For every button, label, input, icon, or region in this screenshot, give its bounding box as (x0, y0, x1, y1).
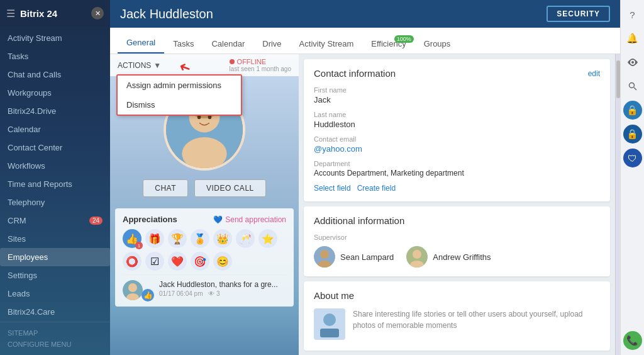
tab-tasks[interactable]: Tasks (164, 33, 203, 54)
check-icon[interactable]: ☑ (145, 252, 164, 271)
tab-calendar[interactable]: Calendar (203, 33, 253, 54)
sidebar-item-label-contact-center: Contact Center (8, 143, 62, 152)
sidebar-item-label-activity-stream: Activity Stream (8, 33, 62, 43)
sidebar-item-employees[interactable]: Employees (0, 248, 110, 266)
sidebar-footer: SITEMAP CONFIGURE MENU (0, 322, 110, 355)
supervisor-2: Andrew Griffiths (406, 246, 491, 268)
smile-icon[interactable]: 😊 (213, 252, 232, 271)
actions-dropdown: Assign admin permissions Dismiss (116, 74, 242, 116)
supervisor-1-avatar (314, 246, 335, 268)
send-appreciation-link[interactable]: 💙 Send appreciation (213, 215, 286, 224)
sidebar-item-activity-stream[interactable]: Activity Stream (0, 29, 110, 47)
target-icon[interactable]: 🎯 (191, 252, 209, 271)
thumbs-up-icon[interactable]: 👍1 (123, 229, 142, 248)
sidebar-item-label-chat-calls: Chat and Calls (8, 70, 61, 79)
field-actions: Select field Create field (314, 184, 600, 193)
department-field: Department Accounts Department, Marketin… (314, 160, 600, 178)
sidebar-item-sites[interactable]: Sites (0, 230, 110, 248)
sidebar-item-chat-calls[interactable]: Chat and Calls (0, 65, 110, 84)
contact-info-card: Contact information edit First name Jack… (304, 59, 610, 201)
assign-admin-item[interactable]: Assign admin permissions (118, 76, 241, 95)
sidebar-item-workflows[interactable]: Workflows (0, 157, 110, 175)
lock-icon-2[interactable]: 🔒 (623, 125, 642, 144)
tab-general[interactable]: General (118, 31, 164, 54)
phone-icon[interactable]: 📞 (623, 331, 642, 350)
sidebar-item-telephony[interactable]: Telephony (0, 193, 110, 211)
star-icon[interactable]: ⭐ (258, 229, 277, 248)
sidebar-item-contact-center[interactable]: Contact Center (0, 138, 110, 157)
actions-button[interactable]: ACTIONS ▼ (118, 61, 161, 70)
post-meta: 01/17 06:04 pm 👁 3 (159, 290, 286, 297)
about-me-header: About me (314, 290, 600, 301)
tab-efficiency[interactable]: Efficiency100% (362, 33, 414, 54)
trophy-icon[interactable]: 🏆 (168, 229, 187, 248)
video-call-button[interactable]: VIDEO CALL (194, 179, 266, 197)
medal-icon[interactable]: 🏅 (191, 229, 209, 248)
chat-button[interactable]: CHAT (143, 179, 188, 197)
about-me-title: About me (314, 290, 354, 301)
sidebar-item-crm[interactable]: CRM24 (0, 211, 110, 230)
email-label: Contact email (314, 135, 600, 143)
heart-icon2[interactable]: ❤️ (168, 252, 187, 271)
select-field-link[interactable]: Select field (314, 184, 351, 193)
sidebar-item-bitrix-drive[interactable]: Bitrix24.Drive (0, 102, 110, 120)
profile-buttons: CHAT VIDEO CALL (143, 179, 265, 197)
sidebar-item-settings[interactable]: Settings (0, 266, 110, 285)
sidebar-item-label-time-reports: Time and Reports (8, 179, 72, 189)
department-label: Department (314, 160, 600, 167)
last-seen-text: last seen 1 month ago (230, 65, 291, 72)
sidebar-item-leads[interactable]: Leads (0, 285, 110, 303)
sidebar: ☰ Bitrix 24 ✕ Activity StreamTasksChat a… (0, 0, 110, 355)
close-button[interactable]: ✕ (91, 7, 104, 20)
about-me-card: About me Share interesting life stories … (304, 281, 610, 351)
tab-activity-stream[interactable]: Activity Stream (291, 33, 363, 54)
sidebar-item-time-reports[interactable]: Time and Reports (0, 175, 110, 193)
department-value: Accounts Department, Marketing departmen… (314, 169, 600, 178)
about-me-icon (314, 308, 345, 342)
right-panel[interactable]: Contact information edit First name Jack… (299, 54, 615, 355)
menu-icon[interactable]: ☰ (6, 8, 15, 20)
main-content: Jack Huddleston SECURITY GeneralTasksCal… (110, 0, 620, 355)
crown-icon[interactable]: 👑 (213, 229, 232, 248)
tab-groups[interactable]: Groups (415, 33, 460, 54)
sidebar-item-tasks[interactable]: Tasks (0, 47, 110, 65)
sitemap-link[interactable]: SITEMAP (8, 327, 103, 339)
eye-icon[interactable] (623, 53, 642, 72)
cheers-icon[interactable]: 🥂 (236, 229, 255, 248)
actions-label: ACTIONS (118, 61, 151, 70)
edit-contact-link[interactable]: edit (588, 69, 600, 78)
actions-bar: ACTIONS ▼ OFFLINE last seen 1 month ago … (110, 54, 299, 76)
scroll-thumb[interactable] (616, 60, 620, 98)
create-field-link[interactable]: Create field (357, 184, 396, 193)
security-button[interactable]: SECURITY (547, 6, 610, 22)
help-icon[interactable]: ? (623, 5, 642, 24)
page-title: Jack Huddleston (120, 7, 213, 21)
notifications-icon[interactable]: 🔔 (623, 29, 642, 48)
gift-icon[interactable]: 🎁 (145, 229, 164, 248)
appreciations-header: Appreciations 💙 Send appreciation (123, 215, 286, 224)
svg-point-8 (128, 283, 137, 292)
right-icon-bar: ? 🔔 🔒 🔒 🛡 📞 (620, 0, 644, 355)
scrollbar[interactable] (615, 54, 620, 355)
circle-icon[interactable]: ⭕ (123, 252, 142, 271)
search-icon[interactable] (623, 77, 642, 96)
supervisor-2-avatar (406, 246, 428, 268)
sidebar-item-label-leads: Leads (8, 289, 30, 298)
contact-info-title: Contact information (314, 68, 396, 79)
svg-point-11 (320, 250, 329, 259)
contact-info-header: Contact information edit (314, 68, 600, 79)
last-name-label: Last name (314, 111, 600, 118)
tab-drive[interactable]: Drive (253, 33, 290, 54)
sidebar-item-calendar[interactable]: Calendar (0, 120, 110, 138)
last-name-field: Last name Huddleston (314, 111, 600, 129)
lock-icon[interactable]: 🔒 (623, 101, 642, 120)
sidebar-item-bitrix24-care[interactable]: Bitrix24.Care (0, 303, 110, 321)
appreciations-title: Appreciations (123, 215, 177, 224)
sidebar-item-workgroups[interactable]: Workgroups (0, 84, 110, 102)
sidebar-item-label-calendar: Calendar (8, 125, 41, 134)
dismiss-item[interactable]: Dismiss (118, 95, 241, 115)
configure-menu-link[interactable]: CONFIGURE MENU (8, 339, 103, 350)
sidebar-item-label-settings: Settings (8, 271, 37, 280)
shield-icon[interactable]: 🛡 (623, 149, 642, 167)
offline-dot-icon (230, 59, 235, 64)
